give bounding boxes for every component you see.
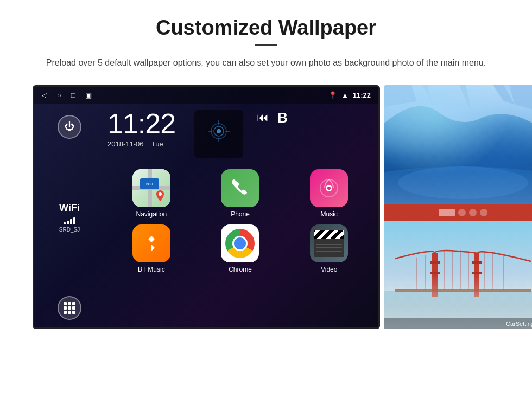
- page-title: Customized Wallpaper: [156, 16, 376, 40]
- status-time: 11:22: [353, 91, 371, 99]
- back-arrow-icon: ◁: [42, 91, 47, 99]
- clapper-body: [314, 239, 344, 257]
- screenshot-icon: ▣: [85, 91, 92, 99]
- chrome-inner: [232, 236, 248, 251]
- wifi-bars: [64, 216, 75, 224]
- btmusic-icon: [132, 224, 170, 262]
- status-right: 📍 ▲ 11:22: [328, 91, 371, 99]
- wifi-ssid: SRD_SJ: [59, 227, 80, 233]
- wifi-bar-3: [70, 219, 72, 224]
- wifi-bar-2: [67, 221, 69, 224]
- svg-rect-18: [430, 272, 440, 274]
- clock-time: 11:22: [107, 110, 175, 138]
- phone-icon: [221, 169, 259, 207]
- carsetting-footer: CarSetting: [384, 318, 532, 329]
- apps-grid: 280 Navigation: [107, 169, 373, 273]
- ice-cave-bg: [384, 85, 532, 204]
- grid-icon: [64, 302, 75, 314]
- app-item-navigation[interactable]: 280 Navigation: [110, 169, 193, 218]
- wifi-bar-4: [73, 217, 75, 224]
- app-item-music[interactable]: Music: [288, 169, 370, 218]
- ice-reflection: [384, 172, 532, 204]
- media-signal-icon: [208, 120, 230, 147]
- wifi-widget: WiFi SRD_SJ: [59, 202, 80, 233]
- app-item-btmusic[interactable]: BT Music: [110, 224, 193, 273]
- grid-dot: [64, 302, 67, 305]
- square-icon: □: [71, 91, 75, 99]
- clock-date: 2018-11-06 Tue: [107, 140, 175, 148]
- svg-rect-19: [472, 261, 482, 264]
- svg-point-8: [159, 192, 162, 196]
- wallpaper-panel: CarSetting: [384, 85, 532, 329]
- grid-dot: [64, 306, 67, 310]
- grid-dot: [72, 302, 75, 305]
- navigation-icon: 280: [132, 169, 170, 207]
- btmusic-label: BT Music: [138, 266, 165, 273]
- clock-row: 11:22 2018-11-06 Tue: [107, 110, 373, 158]
- carsetting-label: CarSetting: [506, 320, 532, 327]
- left-sidebar: ⏻ WiFi SRD_SJ: [34, 104, 105, 329]
- thumb-option-3: [480, 209, 487, 216]
- thumb-selected: [439, 209, 455, 216]
- status-bar: ◁ ○ □ ▣ 📍 ▲ 11:22: [34, 87, 378, 104]
- page-description: Preload over 5 default wallpaper options…: [46, 56, 486, 70]
- thumb-option-1: [458, 209, 466, 216]
- app-item-video[interactable]: Video: [288, 224, 370, 273]
- home-circle-icon: ○: [57, 91, 61, 99]
- app-item-phone[interactable]: Phone: [199, 169, 282, 218]
- music-icon: [310, 169, 348, 207]
- svg-rect-20: [472, 272, 482, 274]
- grid-dot: [68, 302, 71, 305]
- media-widget: [194, 110, 243, 158]
- bluetooth-b-icon: B: [277, 110, 288, 126]
- grid-dot: [64, 311, 67, 314]
- video-label: Video: [321, 266, 337, 273]
- page-wrapper: Customized Wallpaper Preload over 5 defa…: [0, 0, 532, 340]
- power-icon: ⏻: [65, 121, 74, 132]
- grid-dot: [68, 306, 71, 310]
- center-area: 11:22 2018-11-06 Tue: [105, 104, 378, 329]
- chrome-circle: [225, 229, 255, 258]
- wallpaper-ice-cave[interactable]: [384, 85, 532, 204]
- clapper-line: [316, 247, 342, 248]
- svg-point-3: [217, 129, 221, 133]
- bridge-scene-bg: CarSetting: [384, 221, 532, 329]
- clapper-line: [316, 251, 342, 252]
- location-icon: 📍: [328, 91, 337, 99]
- clapper-line: [316, 244, 342, 245]
- power-button[interactable]: ⏻: [58, 115, 81, 139]
- signal-icon: ▲: [341, 91, 349, 99]
- all-apps-button[interactable]: [58, 296, 81, 320]
- main-area: ⏻ WiFi SRD_SJ: [34, 104, 378, 329]
- grid-dot: [72, 311, 75, 314]
- svg-rect-17: [430, 261, 440, 264]
- skip-back-icon[interactable]: ⏮: [257, 111, 269, 125]
- wallpaper-thumb-bar: [384, 204, 532, 221]
- title-divider: [255, 44, 277, 46]
- media-controls: ⏮ B: [257, 110, 288, 126]
- screen-container: ◁ ○ □ ▣ 📍 ▲ 11:22 ⏻: [33, 85, 499, 329]
- thumb-option-2: [469, 209, 477, 216]
- wifi-label: WiFi: [59, 202, 80, 214]
- chrome-icon: [221, 224, 259, 262]
- app-item-chrome[interactable]: Chrome: [199, 224, 282, 273]
- wifi-bar-1: [64, 222, 66, 224]
- music-label: Music: [320, 210, 337, 218]
- clapper-stripes: [314, 230, 344, 239]
- video-icon: [310, 224, 348, 262]
- grid-dot: [72, 306, 75, 310]
- clock-block: 11:22 2018-11-06 Tue: [107, 110, 175, 148]
- navigation-label: Navigation: [136, 210, 167, 218]
- chrome-label: Chrome: [229, 266, 252, 273]
- grid-dot: [68, 311, 71, 314]
- android-device: ◁ ○ □ ▣ 📍 ▲ 11:22 ⏻: [33, 85, 380, 329]
- clapperboard: [314, 230, 344, 257]
- wallpaper-golden-gate[interactable]: CarSetting: [384, 221, 532, 329]
- svg-point-11: [327, 187, 331, 190]
- status-left: ◁ ○ □ ▣: [42, 91, 92, 99]
- phone-label: Phone: [231, 210, 250, 218]
